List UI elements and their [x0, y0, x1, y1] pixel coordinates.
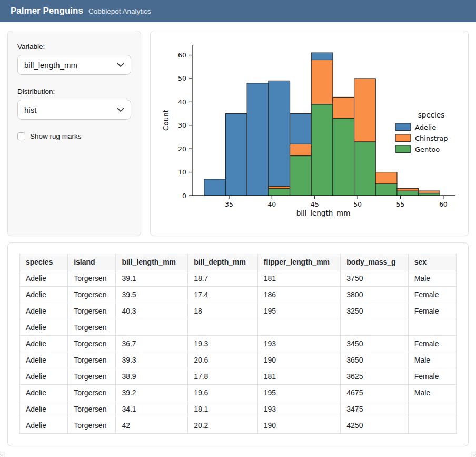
table-row: AdelieTorgersen34.118.11933475: [20, 401, 457, 417]
hist-bar-gentoo: [375, 184, 397, 196]
table-cell: Torgersen: [68, 368, 116, 385]
app-title: Palmer Penguins: [11, 0, 83, 22]
column-header: sex: [408, 254, 456, 270]
hist-bar-chinstrap: [311, 60, 333, 104]
table-cell: Adelie: [20, 417, 68, 434]
rug-checkbox[interactable]: [17, 132, 25, 140]
hist-bar-adelie: [311, 53, 333, 60]
table-cell: 3800: [341, 287, 408, 303]
hist-bar-chinstrap: [290, 144, 312, 155]
column-header: bill_depth_mm: [188, 254, 258, 270]
hist-bar-gentoo: [397, 191, 419, 196]
table-cell: 42: [116, 417, 188, 434]
table-cell: Torgersen: [68, 352, 116, 368]
top-navbar: Palmer Penguins Cobblepot Analytics: [0, 0, 476, 22]
table-cell: 181: [257, 368, 341, 385]
app-subtitle: Cobblepot Analytics: [88, 7, 151, 15]
table-cell: Adelie: [20, 368, 68, 385]
legend-label: Adelie: [415, 123, 436, 131]
table-cell: Torgersen: [68, 417, 116, 434]
table-header-row: speciesislandbill_length_mmbill_depth_mm…: [20, 254, 457, 270]
table-cell: 3250: [341, 303, 408, 319]
table-row: AdelieTorgersen39.320.61903650Male: [20, 352, 457, 368]
table-cell: 17.4: [188, 287, 258, 303]
column-header: species: [20, 254, 68, 270]
variable-select-value: bill_length_mm: [24, 61, 77, 70]
table-cell: 4250: [341, 417, 408, 434]
table-cell: Female: [408, 368, 456, 385]
table-cell: Male: [408, 352, 456, 368]
table-cell: 4675: [341, 385, 408, 401]
x-axis-label: bill_length_mm: [296, 209, 351, 217]
y-tick-label: 10: [178, 168, 186, 176]
table-cell: Torgersen: [68, 287, 116, 303]
chevron-down-icon: [117, 63, 124, 67]
table-cell: 3650: [341, 352, 408, 368]
table-cell: Male: [408, 270, 456, 287]
x-tick-label: 55: [396, 200, 405, 208]
penguins-table: speciesislandbill_length_mmbill_depth_mm…: [19, 254, 457, 434]
table-cell: Adelie: [20, 385, 68, 401]
y-tick-label: 30: [178, 121, 186, 129]
distribution-select[interactable]: hist: [17, 100, 131, 120]
table-cell: 181: [257, 270, 341, 287]
table-cell: 18.7: [188, 270, 258, 287]
y-tick-label: 40: [178, 98, 186, 106]
table-cell: [408, 319, 456, 336]
hist-bar-adelie: [290, 114, 312, 144]
table-cell: 190: [257, 352, 341, 368]
table-cell: Female: [408, 287, 456, 303]
table-cell: 38.9: [116, 368, 188, 385]
y-axis-label: Count: [162, 110, 170, 131]
table-row: AdelieTorgersen36.719.31933450Female: [20, 336, 457, 352]
table-cell: 195: [257, 303, 341, 319]
column-header: flipper_length_mm: [257, 254, 341, 270]
y-tick-label: 60: [178, 51, 186, 59]
table-cell: 40.3: [116, 303, 188, 319]
legend-swatch-adelie: [395, 123, 411, 131]
controls-sidebar: Variable: bill_length_mm Distribution: h…: [7, 31, 141, 236]
table-cell: 195: [257, 385, 341, 401]
hist-bar-gentoo: [311, 104, 333, 196]
hist-bar-adelie: [269, 81, 290, 186]
table-cell: 3475: [341, 401, 408, 417]
hist-bar-chinstrap: [419, 191, 440, 193]
table-cell: 3450: [341, 336, 408, 352]
table-cell: 34.1: [116, 401, 188, 417]
table-row: AdelieTorgersen39.517.41863800Female: [20, 287, 457, 303]
resize-grip-right[interactable]: [471, 452, 476, 456]
table-cell: 39.2: [116, 385, 188, 401]
table-cell: [408, 401, 456, 417]
hist-bar-gentoo: [419, 193, 440, 196]
column-header: island: [68, 254, 116, 270]
hist-bar-chinstrap: [375, 172, 397, 184]
table-cell: [116, 319, 188, 336]
resize-grip-left[interactable]: [0, 452, 5, 456]
variable-select[interactable]: bill_length_mm: [17, 55, 131, 75]
table-cell: Female: [408, 336, 456, 352]
histogram-card: 0102030405060354045505560bill_length_mmC…: [150, 31, 469, 236]
table-row: AdelieTorgersen39.118.71813750Male: [20, 270, 457, 287]
table-cell: Adelie: [20, 352, 68, 368]
table-cell: [188, 319, 258, 336]
table-cell: 186: [257, 287, 341, 303]
table-cell: [408, 417, 456, 434]
column-header: bill_length_mm: [116, 254, 188, 270]
table-cell: 3750: [341, 270, 408, 287]
x-tick-label: 35: [225, 200, 233, 208]
hist-bar-chinstrap: [269, 186, 290, 188]
hist-bar-adelie: [247, 83, 269, 196]
y-tick-label: 20: [178, 145, 186, 153]
legend-label: Chinstrap: [415, 134, 448, 142]
table-cell: Adelie: [20, 270, 68, 287]
main-content: Variable: bill_length_mm Distribution: h…: [0, 22, 476, 446]
table-cell: Adelie: [20, 319, 68, 336]
table-row: AdelieTorgersen40.3181953250Female: [20, 303, 457, 319]
table-cell: Torgersen: [68, 319, 116, 336]
x-tick-label: 60: [439, 200, 448, 208]
hist-bar-gentoo: [269, 189, 290, 196]
table-cell: Adelie: [20, 401, 68, 417]
table-cell: 19.6: [188, 385, 258, 401]
table-cell: 39.1: [116, 270, 188, 287]
hist-bar-gentoo: [333, 118, 354, 196]
